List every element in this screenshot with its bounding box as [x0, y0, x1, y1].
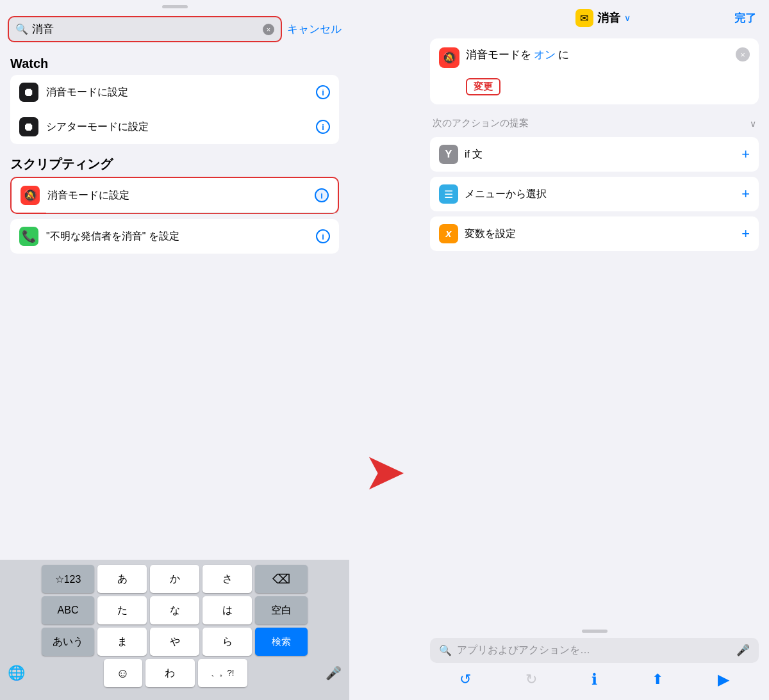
action-value-pill[interactable]: オン [534, 47, 556, 62]
search-clear-button[interactable]: × [263, 24, 274, 35]
keyboard-row-1: ☆123 あ か さ ⌫ [3, 565, 347, 593]
watch-section-title: Watch [10, 56, 339, 71]
script-silent-label: 消音モードに設定 [47, 189, 307, 202]
suggestion-menu-icon: ☰ [439, 184, 458, 204]
suggestion-if-item[interactable]: Y if 文 + [430, 137, 759, 172]
suggestion-var-add-button[interactable]: + [741, 225, 750, 242]
key-mic[interactable]: 🎤 [326, 665, 342, 681]
watch-silent-icon: ⏺ [19, 83, 38, 102]
key-wa[interactable]: わ [145, 659, 195, 687]
key-ma[interactable]: ま [97, 628, 147, 656]
search-bar[interactable]: 🔍 消音 × [8, 16, 282, 42]
key-aiueo[interactable]: あいう [42, 628, 94, 656]
key-punct[interactable]: 、。?! [198, 659, 247, 687]
script-silent-icon: 🔕 [21, 186, 40, 205]
key-num-sym[interactable]: ☆123 [42, 565, 94, 593]
drag-handle-right [582, 630, 608, 633]
watch-silent-info-button[interactable]: i [316, 85, 330, 99]
suggestion-menu-label: メニューから選択 [465, 188, 735, 201]
change-button[interactable]: 変更 [466, 78, 500, 95]
info-button[interactable]: ℹ [591, 671, 597, 688]
next-actions-header: 次のアクションの提案 ∨ [420, 110, 769, 134]
search-bar-container: 🔍 消音 × キャンセル [0, 12, 349, 47]
key-ta[interactable]: た [97, 596, 147, 624]
scripting-section: スクリプティング 🔕 消音モードに設定 i 📞 "不明な発信者を消音" を設定 … [0, 147, 349, 254]
key-ra[interactable]: ら [203, 628, 252, 656]
watch-theater-item[interactable]: ⏺ シアターモードに設定 i [10, 110, 339, 144]
action-block: 🔕 消音モードを オン に × 変更 [430, 38, 759, 104]
key-space[interactable]: 空白 [255, 596, 308, 624]
script-unknown-icon: 📞 [19, 227, 38, 246]
key-globe[interactable]: 🌐 [8, 665, 25, 681]
search-input[interactable]: 消音 [32, 22, 259, 37]
key-ha[interactable]: は [203, 596, 252, 624]
search-icon: 🔍 [15, 23, 28, 35]
arrow-container: ➤ [349, 243, 420, 700]
keyboard-row-2: ABC た な は 空白 [3, 596, 347, 624]
bottom-search-bar[interactable]: 🔍 アプリおよびアクションを… 🎤 [430, 638, 759, 663]
keyboard-row-3: あいう ま や ら 検索 [3, 628, 347, 656]
action-block-inner: 🔕 消音モードを オン に × [439, 47, 750, 68]
scripting-section-title: スクリプティング [10, 156, 339, 173]
script-silent-info-button[interactable]: i [315, 188, 329, 202]
action-text-prefix: 消音モードを [466, 47, 531, 62]
redo-button[interactable]: ↻ [525, 671, 537, 688]
key-delete[interactable]: ⌫ [255, 565, 308, 593]
watch-silent-item[interactable]: ⏺ 消音モードに設定 i [10, 75, 339, 110]
watch-theater-label: シアターモードに設定 [46, 120, 308, 134]
watch-theater-icon: ⏺ [19, 117, 38, 136]
cancel-button[interactable]: キャンセル [287, 22, 342, 37]
shortcut-icon: ✉ [575, 9, 593, 27]
watch-section: Watch ⏺ 消音モードに設定 i ⏺ シアターモードに設定 i [0, 47, 349, 144]
script-unknown-item[interactable]: 📞 "不明な発信者を消音" を設定 i [10, 219, 339, 254]
right-header: ✉ 消音 ∨ 完了 [420, 0, 769, 33]
done-button[interactable]: 完了 [734, 11, 756, 26]
key-sa[interactable]: さ [203, 565, 252, 593]
shortcut-title-area: ✉ 消音 ∨ [575, 9, 631, 27]
right-bottom-area: 🔍 アプリおよびアクションを… 🎤 ↺ ↻ ℹ ⬆ ▶ [420, 626, 769, 700]
toolbar: ↺ ↻ ℹ ⬆ ▶ [420, 663, 769, 700]
next-actions-title: 次のアクションの提案 [433, 117, 529, 129]
bottom-search-icon: 🔍 [439, 644, 452, 656]
chevron-down-icon[interactable]: ∨ [624, 13, 631, 23]
action-close-button[interactable]: × [736, 47, 750, 61]
play-button[interactable]: ▶ [718, 671, 729, 688]
bottom-mic-icon[interactable]: 🎤 [736, 644, 750, 657]
suggestion-if-icon: Y [439, 145, 458, 164]
key-emoji[interactable]: ☺ [104, 659, 142, 687]
keyboard-bottom-row: 🌐 ☺ わ 、。?! 🎤 [3, 659, 347, 687]
right-panel: ✉ 消音 ∨ 完了 🔕 消音モードを オン に × 変更 次のアクションの提案 … [420, 0, 769, 700]
keyboard: ☆123 あ か さ ⌫ ABC た な は 空白 あいう ま や ら 検索 🌐… [0, 560, 349, 700]
shortcut-name: 消音 [597, 10, 620, 26]
watch-theater-info-button[interactable]: i [316, 120, 330, 134]
action-silent-icon: 🔕 [439, 47, 459, 68]
next-actions-chevron-icon[interactable]: ∨ [750, 118, 756, 129]
suggestion-menu-item[interactable]: ☰ メニューから選択 + [430, 177, 759, 211]
share-button[interactable]: ⬆ [652, 671, 663, 688]
left-panel: 🔍 消音 × キャンセル Watch ⏺ 消音モードに設定 i ⏺ シアターモー… [0, 0, 349, 700]
key-ka[interactable]: か [150, 565, 199, 593]
undo-button[interactable]: ↺ [459, 671, 471, 688]
action-text-suffix: に [558, 47, 569, 62]
watch-silent-label: 消音モードに設定 [46, 86, 308, 99]
suggestion-var-item[interactable]: x 変数を設定 + [430, 216, 759, 251]
script-silent-item[interactable]: 🔕 消音モードに設定 i [10, 177, 339, 214]
suggestion-var-label: 変数を設定 [465, 227, 735, 241]
suggestion-if-label: if 文 [465, 148, 735, 161]
key-abc[interactable]: ABC [42, 596, 94, 624]
script-unknown-info-button[interactable]: i [316, 229, 330, 243]
action-text-row: 消音モードを オン に [466, 47, 729, 62]
suggestion-if-add-button[interactable]: + [741, 146, 750, 163]
key-ya[interactable]: や [150, 628, 199, 656]
key-a[interactable]: あ [97, 565, 147, 593]
suggestion-menu-add-button[interactable]: + [741, 186, 750, 202]
right-arrow-icon: ➤ [363, 446, 406, 498]
drag-handle-left [162, 5, 188, 8]
key-na[interactable]: な [150, 596, 199, 624]
script-unknown-label: "不明な発信者を消音" を設定 [46, 230, 308, 243]
key-search[interactable]: 検索 [255, 628, 308, 656]
bottom-search-placeholder: アプリおよびアクションを… [457, 644, 731, 657]
suggestion-var-icon: x [439, 224, 458, 243]
